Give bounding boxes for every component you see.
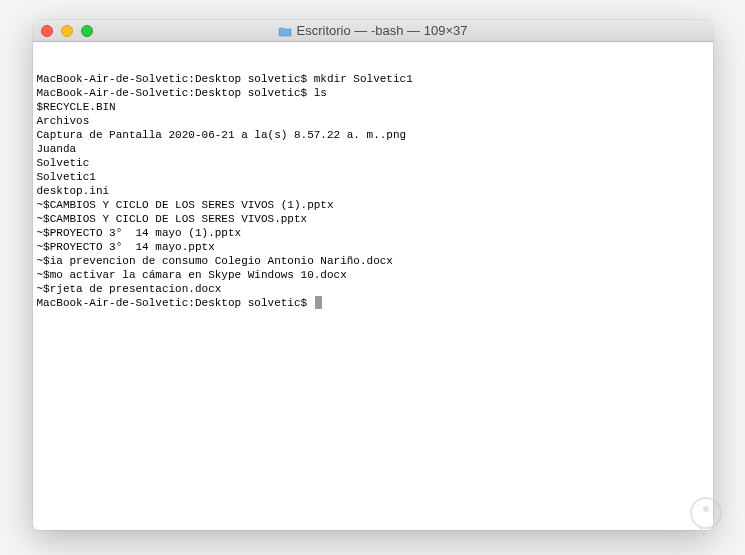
terminal-line: ~$CAMBIOS Y CICLO DE LOS SERES VIVOS (1)… [37, 198, 709, 212]
terminal-line: $RECYCLE.BIN [37, 100, 709, 114]
terminal-line: desktop.ini [37, 184, 709, 198]
terminal-window: Escritorio — -bash — 109×37 MacBook-Air-… [33, 20, 713, 530]
terminal-line: ~$mo activar la cámara en Skype Windows … [37, 268, 709, 282]
traffic-lights [41, 25, 93, 37]
titlebar[interactable]: Escritorio — -bash — 109×37 [33, 20, 713, 42]
terminal-line: ~$PROYECTO 3° 14 mayo.pptx [37, 240, 709, 254]
minimize-button[interactable] [61, 25, 73, 37]
close-button[interactable] [41, 25, 53, 37]
terminal-body[interactable]: MacBook-Air-de-Solvetic:Desktop solvetic… [33, 42, 713, 530]
prompt: MacBook-Air-de-Solvetic:Desktop solvetic… [37, 87, 314, 99]
watermark-icon [685, 495, 727, 537]
terminal-line: Solvetic1 [37, 170, 709, 184]
svg-point-0 [691, 498, 721, 528]
svg-point-1 [703, 506, 709, 512]
terminal-line: ~$CAMBIOS Y CICLO DE LOS SERES VIVOS.ppt… [37, 212, 709, 226]
cursor [315, 296, 322, 309]
command: mkdir Solvetic1 [314, 73, 413, 85]
terminal-line: Solvetic [37, 156, 709, 170]
window-title: Escritorio — -bash — 109×37 [278, 23, 468, 38]
terminal-line: Archivos [37, 114, 709, 128]
command: ls [314, 87, 327, 99]
maximize-button[interactable] [81, 25, 93, 37]
terminal-line: Juanda [37, 142, 709, 156]
terminal-line: Captura de Pantalla 2020-06-21 a la(s) 8… [37, 128, 709, 142]
prompt: MacBook-Air-de-Solvetic:Desktop solvetic… [37, 73, 314, 85]
terminal-line: MacBook-Air-de-Solvetic:Desktop solvetic… [37, 296, 709, 310]
prompt: MacBook-Air-de-Solvetic:Desktop solvetic… [37, 297, 314, 309]
terminal-line: MacBook-Air-de-Solvetic:Desktop solvetic… [37, 86, 709, 100]
terminal-line: ~$ia prevencion de consumo Colegio Anton… [37, 254, 709, 268]
window-title-text: Escritorio — -bash — 109×37 [297, 23, 468, 38]
terminal-line: ~$rjeta de presentacion.docx [37, 282, 709, 296]
folder-icon [278, 25, 292, 36]
terminal-line: ~$PROYECTO 3° 14 mayo (1).pptx [37, 226, 709, 240]
terminal-line: MacBook-Air-de-Solvetic:Desktop solvetic… [37, 72, 709, 86]
